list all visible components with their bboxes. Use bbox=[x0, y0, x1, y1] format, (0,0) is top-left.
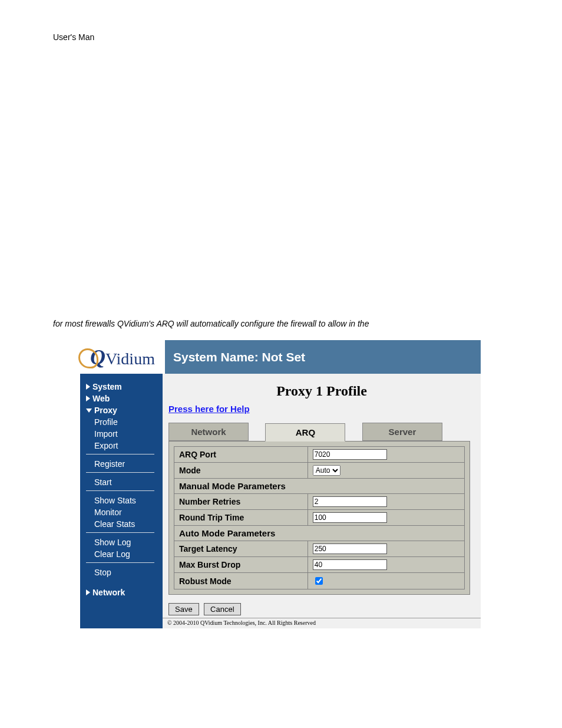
sidebar-item-clear-stats[interactable]: Clear Stats bbox=[86, 518, 163, 530]
system-name-bar: System Name: Not Set bbox=[165, 340, 481, 374]
cancel-button[interactable]: Cancel bbox=[204, 603, 240, 615]
tab-network[interactable]: Network bbox=[168, 423, 249, 441]
section-auto-header: Auto Mode Parameters bbox=[174, 526, 465, 541]
content-area: Proxy 1 Profile Press here for Help Netw… bbox=[163, 374, 481, 628]
sidebar-item-export[interactable]: Export bbox=[86, 440, 163, 452]
sidebar-item-profile[interactable]: Profile bbox=[86, 416, 163, 428]
label-round-trip: Round Trip Time bbox=[174, 510, 308, 526]
label-max-burst: Max Burst Drop bbox=[174, 557, 308, 573]
sidebar-item-stop[interactable]: Stop bbox=[86, 566, 163, 578]
input-max-burst[interactable] bbox=[313, 559, 387, 570]
select-mode[interactable]: Auto bbox=[313, 465, 340, 476]
sidebar-item-start[interactable]: Start bbox=[86, 476, 163, 488]
label-number-retries: Number Retries bbox=[174, 494, 308, 510]
sidebar-item-clear-log[interactable]: Clear Log bbox=[86, 548, 163, 560]
tab-server[interactable]: Server bbox=[362, 423, 442, 441]
sidebar-item-system[interactable]: System bbox=[86, 381, 163, 393]
input-number-retries[interactable] bbox=[313, 496, 387, 507]
sidebar-item-import[interactable]: Import bbox=[86, 428, 163, 440]
save-button[interactable]: Save bbox=[168, 603, 199, 615]
input-arq-port[interactable] bbox=[313, 449, 387, 460]
sidebar-item-show-log[interactable]: Show Log bbox=[86, 536, 163, 548]
label-target-latency: Target Latency bbox=[174, 541, 308, 557]
arq-form-table: ARQ Port Mode Auto Manual Mode Parameter… bbox=[174, 446, 465, 589]
label-arq-port: ARQ Port bbox=[174, 447, 308, 463]
blank-space bbox=[0, 42, 562, 319]
doc-header-fragment: User's Man bbox=[0, 0, 562, 42]
sidebar-item-register[interactable]: Register bbox=[86, 458, 163, 470]
app-window: QVidium System Name: Not Set System Web … bbox=[80, 340, 481, 628]
sidebar-item-monitor[interactable]: Monitor bbox=[86, 506, 163, 518]
sidebar-item-show-stats[interactable]: Show Stats bbox=[86, 495, 163, 506]
input-target-latency[interactable] bbox=[313, 543, 387, 554]
logo: QVidium bbox=[80, 340, 165, 374]
section-manual-header: Manual Mode Parameters bbox=[174, 479, 465, 494]
sidebar-item-web[interactable]: Web bbox=[86, 393, 163, 404]
doc-caption-fragment: for most firewalls QVidium's ARQ will au… bbox=[0, 319, 562, 340]
tab-arq[interactable]: ARQ bbox=[265, 423, 345, 442]
sidebar: System Web Proxy Profile Import Export R… bbox=[80, 374, 163, 628]
label-mode: Mode bbox=[174, 463, 308, 479]
page-title: Proxy 1 Profile bbox=[163, 383, 481, 399]
label-robust-mode: Robust Mode bbox=[174, 573, 308, 589]
sidebar-item-proxy[interactable]: Proxy bbox=[86, 404, 163, 416]
copyright: © 2004-2010 QVidium Technologies, Inc. A… bbox=[163, 618, 481, 628]
header-row: QVidium System Name: Not Set bbox=[80, 340, 481, 374]
tab-bar: Network ARQ Server bbox=[168, 423, 481, 441]
sidebar-item-network[interactable]: Network bbox=[86, 587, 163, 598]
checkbox-robust-mode[interactable] bbox=[315, 577, 323, 585]
form-panel: ARQ Port Mode Auto Manual Mode Parameter… bbox=[168, 441, 470, 595]
input-round-trip[interactable] bbox=[313, 512, 387, 523]
logo-text: QVidium bbox=[90, 345, 155, 370]
help-link[interactable]: Press here for Help bbox=[168, 404, 250, 414]
